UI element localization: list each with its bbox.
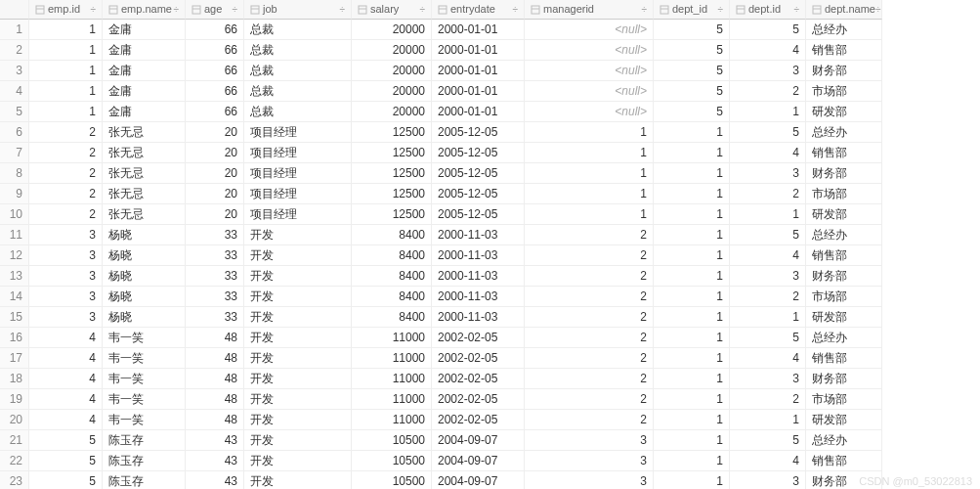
- cell-emp_name[interactable]: 韦一笑: [103, 348, 186, 369]
- cell-job[interactable]: 总裁: [244, 102, 352, 122]
- cell-entrydate[interactable]: 2004-09-07: [432, 451, 525, 471]
- cell-job[interactable]: 项目经理: [244, 184, 352, 204]
- cell-rownum[interactable]: 2: [0, 40, 29, 61]
- sort-indicator-icon[interactable]: ÷: [642, 5, 648, 15]
- cell-dept_id2[interactable]: 2: [730, 81, 806, 102]
- cell-age[interactable]: 43: [186, 451, 244, 471]
- cell-dept_name[interactable]: 市场部: [806, 389, 882, 410]
- cell-managerid[interactable]: <null>: [525, 102, 654, 122]
- cell-emp_id[interactable]: 1: [29, 102, 103, 122]
- cell-job[interactable]: 开发: [244, 410, 352, 430]
- cell-dept_id2[interactable]: 5: [730, 430, 806, 451]
- cell-job[interactable]: 开发: [244, 389, 352, 410]
- cell-job[interactable]: 开发: [244, 287, 352, 307]
- cell-emp_id[interactable]: 1: [29, 61, 103, 81]
- cell-salary[interactable]: 11000: [352, 410, 432, 430]
- cell-dept_id[interactable]: 5: [654, 81, 730, 102]
- cell-emp_name[interactable]: 杨晓: [103, 307, 186, 328]
- cell-dept_id2[interactable]: 3: [730, 471, 806, 489]
- cell-managerid[interactable]: 2: [525, 245, 654, 266]
- cell-dept_id[interactable]: 1: [654, 471, 730, 489]
- cell-managerid[interactable]: <null>: [525, 81, 654, 102]
- cell-salary[interactable]: 8400: [352, 307, 432, 328]
- cell-emp_id[interactable]: 4: [29, 369, 103, 389]
- cell-emp_name[interactable]: 韦一笑: [103, 389, 186, 410]
- cell-age[interactable]: 20: [186, 163, 244, 184]
- sort-indicator-icon[interactable]: ÷: [875, 5, 881, 15]
- cell-salary[interactable]: 12500: [352, 163, 432, 184]
- cell-rownum[interactable]: 6: [0, 122, 29, 143]
- cell-managerid[interactable]: 2: [525, 410, 654, 430]
- cell-dept_name[interactable]: 总经办: [806, 20, 882, 40]
- cell-emp_id[interactable]: 1: [29, 81, 103, 102]
- cell-age[interactable]: 66: [186, 102, 244, 122]
- col-header-age[interactable]: age÷: [186, 0, 244, 20]
- cell-dept_id2[interactable]: 4: [730, 245, 806, 266]
- cell-dept_name[interactable]: 市场部: [806, 81, 882, 102]
- cell-dept_id[interactable]: 5: [654, 102, 730, 122]
- cell-dept_id[interactable]: 1: [654, 204, 730, 225]
- cell-dept_id2[interactable]: 5: [730, 20, 806, 40]
- cell-entrydate[interactable]: 2005-12-05: [432, 163, 525, 184]
- cell-managerid[interactable]: 2: [525, 225, 654, 245]
- cell-job[interactable]: 总裁: [244, 40, 352, 61]
- cell-rownum[interactable]: 3: [0, 61, 29, 81]
- col-header-emp_name[interactable]: emp.name÷: [103, 0, 186, 20]
- cell-rownum[interactable]: 8: [0, 163, 29, 184]
- cell-age[interactable]: 33: [186, 266, 244, 287]
- cell-rownum[interactable]: 11: [0, 225, 29, 245]
- cell-age[interactable]: 20: [186, 122, 244, 143]
- cell-job[interactable]: 开发: [244, 430, 352, 451]
- cell-salary[interactable]: 10500: [352, 451, 432, 471]
- cell-age[interactable]: 66: [186, 40, 244, 61]
- cell-entrydate[interactable]: 2002-02-05: [432, 369, 525, 389]
- cell-salary[interactable]: 11000: [352, 369, 432, 389]
- cell-dept_id2[interactable]: 1: [730, 204, 806, 225]
- cell-salary[interactable]: 11000: [352, 328, 432, 348]
- cell-salary[interactable]: 8400: [352, 225, 432, 245]
- cell-salary[interactable]: 12500: [352, 143, 432, 163]
- cell-entrydate[interactable]: 2002-02-05: [432, 348, 525, 369]
- cell-emp_id[interactable]: 2: [29, 122, 103, 143]
- cell-dept_name[interactable]: 研发部: [806, 102, 882, 122]
- sort-indicator-icon[interactable]: ÷: [91, 5, 97, 15]
- cell-dept_id[interactable]: 1: [654, 348, 730, 369]
- cell-emp_name[interactable]: 金庸: [103, 102, 186, 122]
- cell-dept_name[interactable]: 财务部: [806, 61, 882, 81]
- cell-emp_name[interactable]: 金庸: [103, 20, 186, 40]
- cell-managerid[interactable]: 2: [525, 307, 654, 328]
- cell-dept_id[interactable]: 1: [654, 184, 730, 204]
- cell-dept_id[interactable]: 1: [654, 143, 730, 163]
- cell-salary[interactable]: 11000: [352, 389, 432, 410]
- cell-managerid[interactable]: 1: [525, 184, 654, 204]
- cell-salary[interactable]: 12500: [352, 122, 432, 143]
- cell-job[interactable]: 项目经理: [244, 143, 352, 163]
- cell-entrydate[interactable]: 2000-11-03: [432, 287, 525, 307]
- sort-indicator-icon[interactable]: ÷: [420, 5, 426, 15]
- col-header-salary[interactable]: salary÷: [352, 0, 432, 20]
- cell-dept_id2[interactable]: 4: [730, 40, 806, 61]
- cell-dept_name[interactable]: 财务部: [806, 471, 882, 489]
- cell-dept_name[interactable]: 总经办: [806, 225, 882, 245]
- cell-job[interactable]: 开发: [244, 471, 352, 489]
- cell-dept_name[interactable]: 总经办: [806, 430, 882, 451]
- cell-entrydate[interactable]: 2005-12-05: [432, 184, 525, 204]
- cell-dept_id2[interactable]: 4: [730, 143, 806, 163]
- cell-dept_id[interactable]: 1: [654, 287, 730, 307]
- cell-salary[interactable]: 20000: [352, 20, 432, 40]
- col-header-emp_id[interactable]: emp.id÷: [29, 0, 103, 20]
- cell-job[interactable]: 开发: [244, 225, 352, 245]
- cell-dept_id[interactable]: 1: [654, 225, 730, 245]
- cell-managerid[interactable]: 1: [525, 143, 654, 163]
- col-header-managerid[interactable]: managerid÷: [525, 0, 654, 20]
- cell-dept_name[interactable]: 财务部: [806, 369, 882, 389]
- cell-rownum[interactable]: 10: [0, 204, 29, 225]
- sort-indicator-icon[interactable]: ÷: [718, 5, 724, 15]
- cell-salary[interactable]: 10500: [352, 430, 432, 451]
- cell-emp_id[interactable]: 1: [29, 20, 103, 40]
- cell-emp_name[interactable]: 张无忌: [103, 143, 186, 163]
- cell-dept_id[interactable]: 1: [654, 122, 730, 143]
- cell-age[interactable]: 33: [186, 245, 244, 266]
- cell-dept_id2[interactable]: 1: [730, 307, 806, 328]
- cell-job[interactable]: 总裁: [244, 20, 352, 40]
